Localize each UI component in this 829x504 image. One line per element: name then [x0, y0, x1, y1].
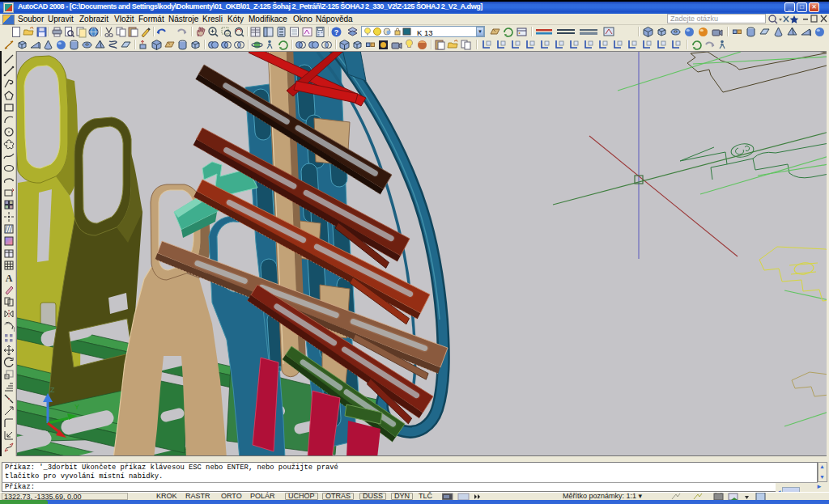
svg-text:?: ? [334, 28, 339, 36]
svg-text:A: A [6, 273, 13, 284]
